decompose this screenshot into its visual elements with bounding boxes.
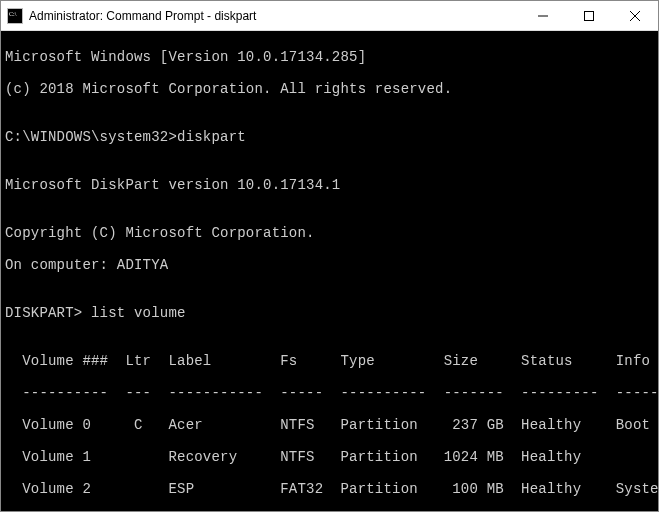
cmd-icon: C:\ [7, 8, 23, 24]
close-button[interactable] [612, 1, 658, 30]
titlebar-text: Administrator: Command Prompt - diskpart [29, 9, 520, 23]
output-line: On computer: ADITYA [5, 257, 654, 273]
maximize-button[interactable] [566, 1, 612, 30]
close-icon [630, 11, 640, 21]
window-frame: C:\ Administrator: Command Prompt - disk… [0, 0, 659, 512]
banner-line: (c) 2018 Microsoft Corporation. All righ… [5, 81, 654, 97]
titlebar[interactable]: C:\ Administrator: Command Prompt - disk… [1, 1, 658, 31]
prompt-line: DISKPART> list volume [5, 305, 654, 321]
output-line: Copyright (C) Microsoft Corporation. [5, 225, 654, 241]
table-row: Volume 0 C Acer NTFS Partition 237 GB He… [5, 417, 654, 433]
maximize-icon [584, 11, 594, 21]
svg-rect-4 [585, 11, 594, 20]
console-area[interactable]: Microsoft Windows [Version 10.0.17134.28… [1, 31, 658, 511]
table-row: Volume 2 ESP FAT32 Partition 100 MB Heal… [5, 481, 654, 497]
table-header: Volume ### Ltr Label Fs Type Size Status… [5, 353, 654, 369]
prompt-line: C:\WINDOWS\system32>diskpart [5, 129, 654, 145]
minimize-icon [538, 11, 548, 21]
table-divider: ---------- --- ----------- ----- -------… [5, 385, 654, 401]
svg-text:C:\: C:\ [9, 11, 17, 17]
banner-line: Microsoft Windows [Version 10.0.17134.28… [5, 49, 654, 65]
window-controls [520, 1, 658, 30]
minimize-button[interactable] [520, 1, 566, 30]
table-row: Volume 1 Recovery NTFS Partition 1024 MB… [5, 449, 654, 465]
output-line: Microsoft DiskPart version 10.0.17134.1 [5, 177, 654, 193]
